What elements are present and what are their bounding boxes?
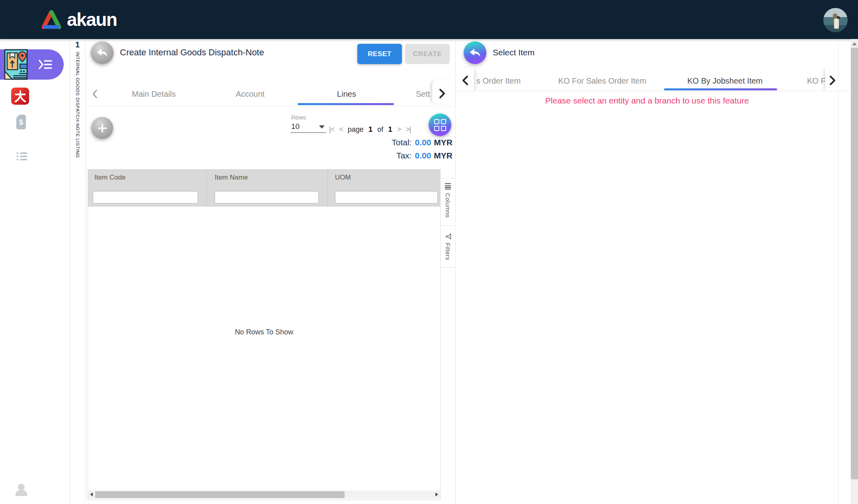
column-header-item-name[interactable]: Item Name [215,174,248,182]
tab-ko-for-clipped[interactable]: KO Fo [807,76,828,86]
workspace-vertical-label: INTERNAL GOODS DISPATCH NOTE LISTING [70,52,85,158]
right-panel-back-button[interactable] [464,41,486,64]
total-currency: MYR [434,138,453,147]
caret-down-icon [319,125,325,129]
create-button[interactable]: CREATE [405,44,450,64]
back-arrow-icon [470,48,480,57]
panel-split-border [455,39,456,504]
sidebar-footer-profile[interactable] [15,483,27,498]
right-panel-title: Select Item [493,48,535,57]
main-panel-left-border [85,39,86,504]
reset-button[interactable]: RESET [357,44,402,64]
columns-icon [445,183,451,189]
plus-icon [98,123,107,133]
grid-view-button[interactable] [429,113,451,136]
pagination-page-word: page [348,125,364,134]
filter-input-uom[interactable] [335,191,438,203]
tab-account[interactable]: Account [236,89,264,100]
filter-input-item-name[interactable] [215,191,319,203]
scroll-left-arrow-icon[interactable] [90,492,93,496]
tab-ko-for-sales-order-item[interactable]: KO For Sales Order Item [558,76,646,86]
pagination-prev[interactable]: < [339,125,343,134]
svg-text:$: $ [19,118,23,126]
main-tabs-divider [86,106,455,106]
scroll-right-arrow-icon[interactable] [435,492,438,496]
entity-branch-notice: Please select an entity and a branch to … [456,96,838,105]
tax-label: Tax: [396,151,412,160]
table-horizontal-scrollbar[interactable] [88,490,440,499]
rows-label: Rows [291,114,306,121]
brand-name: akaun [67,8,117,31]
vertical-scroll-thumb[interactable] [851,48,858,479]
filters-tool-label: Filters [445,243,451,260]
tab-sales-order-item-clipped[interactable]: s Order Item [476,76,521,86]
column-header-uom[interactable]: UOM [335,174,351,182]
tab-ko-by-jobsheet-item[interactable]: KO By Jobsheet Item [688,76,763,86]
billing-file-icon: $ [16,115,26,129]
main-tabs-scroll-right[interactable] [438,88,446,101]
pagination-total-pages: 1 [388,125,392,134]
total-row: Total:0.00MYR [279,138,453,147]
filters-tool-tab[interactable]: Filters [441,229,455,268]
sidebar-item-listing[interactable] [17,152,27,162]
pagination-last[interactable]: >| [405,125,411,134]
right-content-border [838,39,838,504]
total-label: Total: [392,138,411,147]
filter-input-item-code[interactable] [93,191,198,203]
collapse-menu-icon [38,59,53,70]
tax-row: Tax:0.00MYR [279,151,453,160]
tax-value: 0.00 [415,151,431,160]
pagination-first[interactable]: |< [329,125,334,134]
columns-tool-tab[interactable]: Columns [441,178,455,226]
brand-logo[interactable]: akaun [41,8,117,31]
horizontal-scroll-thumb[interactable] [95,491,345,498]
sidebar-item-billing[interactable]: $ [16,115,26,131]
right-panel-scrollbar[interactable] [851,39,858,504]
right-tabs-divider [456,91,851,91]
tax-currency: MYR [434,151,453,160]
tab-main-details[interactable]: Main Details [132,89,176,100]
total-value: 0.00 [415,138,431,147]
right-tabs-scroll-right[interactable] [829,75,836,88]
totals-summary: Total:0.00MYR Tax:0.00MYR [279,138,453,164]
columns-tool-label: Columns [445,193,451,218]
sidebar-item-da-app[interactable] [11,88,29,105]
pagination-of-word: of [377,125,383,134]
back-arrow-icon [97,48,108,57]
top-navbar: akaun [0,0,858,39]
back-button[interactable] [91,41,114,64]
scroll-up-arrow-icon[interactable] [852,42,857,45]
akaun-triangle-icon [41,10,62,29]
workspace-index-badge: 1 [70,40,85,49]
add-line-button[interactable] [91,117,113,139]
grid-icon [434,119,446,131]
dispatch-note-app-icon [3,49,29,80]
sidebar-item-dispatch-note-active[interactable] [0,49,64,80]
pagination-next[interactable]: > [397,125,401,134]
tab-settings-clipped[interactable]: Sett [416,89,433,100]
active-tab-underline [664,88,777,90]
page-title: Create Internal Goods Dispatch-Note [120,47,264,58]
column-header-item-code[interactable]: Item Code [94,174,125,182]
pagination: |< < page 1 of 1 > >| [329,124,411,135]
pagination-current-page: 1 [368,125,373,134]
da-app-icon [13,89,28,104]
rows-per-page-select[interactable]: 10 [290,121,326,133]
user-avatar[interactable] [823,8,848,32]
person-placeholder-icon [15,483,27,496]
active-tab-underline [298,103,394,105]
app-window: akaun [0,0,858,504]
table-empty-message: No Rows To Show [88,328,441,336]
listing-icon [17,152,27,161]
rows-per-page-value: 10 [291,122,300,131]
filter-funnel-icon [445,233,451,240]
right-tabs-scroll-left[interactable] [461,75,469,88]
main-tabs-scroll-left[interactable] [92,89,98,101]
tab-lines[interactable]: Lines [337,89,356,100]
